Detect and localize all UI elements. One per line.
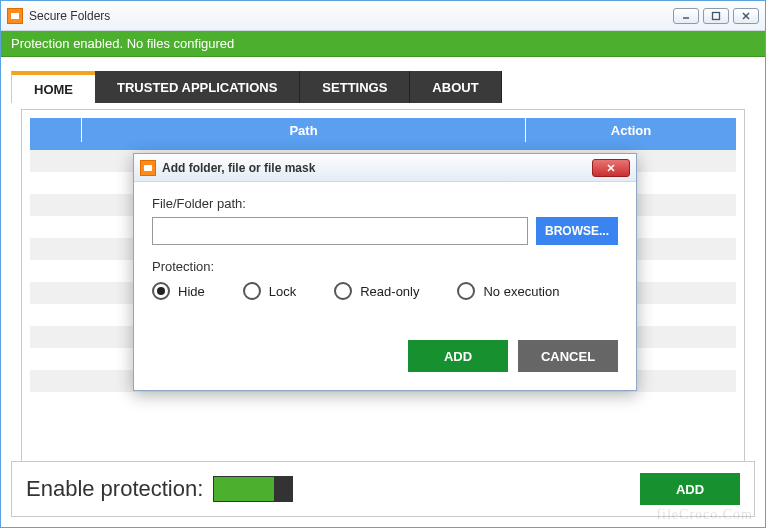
tab-about[interactable]: ABOUT [410, 71, 501, 103]
dialog-titlebar: Add folder, file or file mask [134, 154, 636, 182]
radio-noexec-label: No execution [483, 284, 559, 299]
toggle-on [214, 477, 274, 501]
radio-readonly[interactable]: Read-only [334, 282, 419, 300]
tab-home[interactable]: HOME [11, 71, 95, 103]
close-icon [606, 163, 616, 173]
table-row [30, 142, 736, 150]
radio-icon [457, 282, 475, 300]
dialog-add-button[interactable]: ADD [408, 340, 508, 372]
dialog-body: File/Folder path: BROWSE... Protection: … [134, 182, 636, 390]
svg-rect-1 [713, 12, 720, 19]
radio-lock-label: Lock [269, 284, 296, 299]
enable-protection-toggle[interactable] [213, 476, 293, 502]
browse-button[interactable]: BROWSE... [536, 217, 618, 245]
status-strip: Protection enabled. No files configured [1, 31, 765, 57]
dialog-cancel-button[interactable]: CANCEL [518, 340, 618, 372]
tab-about-label: ABOUT [432, 80, 478, 95]
table-col-path[interactable]: Path [82, 118, 526, 142]
path-label: File/Folder path: [152, 196, 618, 211]
table-header: Path Action [30, 118, 736, 142]
status-text: Protection enabled. No files configured [11, 36, 234, 51]
add-folder-dialog: Add folder, file or file mask File/Folde… [133, 153, 637, 391]
tabs: HOME TRUSTED APPLICATIONS SETTINGS ABOUT [11, 71, 755, 103]
tab-trusted[interactable]: TRUSTED APPLICATIONS [95, 71, 300, 103]
radio-hide-label: Hide [178, 284, 205, 299]
dialog-close-button[interactable] [592, 159, 630, 177]
window-buttons [673, 8, 759, 24]
tab-settings-label: SETTINGS [322, 80, 387, 95]
radio-icon [334, 282, 352, 300]
protection-label: Protection: [152, 259, 618, 274]
tab-trusted-label: TRUSTED APPLICATIONS [117, 80, 277, 95]
radio-hide[interactable]: Hide [152, 282, 205, 300]
path-row: BROWSE... [152, 217, 618, 245]
table-col-action[interactable]: Action [526, 118, 736, 142]
radio-noexec[interactable]: No execution [457, 282, 559, 300]
add-button[interactable]: ADD [640, 473, 740, 505]
main-window: Secure Folders Protection enabled. No fi… [0, 0, 766, 528]
toggle-knob [274, 477, 292, 501]
dialog-actions: ADD CANCEL [152, 340, 618, 372]
app-icon [7, 8, 23, 24]
radio-readonly-label: Read-only [360, 284, 419, 299]
radio-icon [152, 282, 170, 300]
close-button[interactable] [733, 8, 759, 24]
bottom-bar: Enable protection: ADD [11, 461, 755, 517]
path-input[interactable] [152, 217, 528, 245]
dialog-icon [140, 160, 156, 176]
radio-lock[interactable]: Lock [243, 282, 296, 300]
radio-icon [243, 282, 261, 300]
titlebar: Secure Folders [1, 1, 765, 31]
protection-options: Hide Lock Read-only No execution [152, 282, 618, 300]
table-row [30, 392, 736, 414]
maximize-button[interactable] [703, 8, 729, 24]
window-title: Secure Folders [29, 9, 673, 23]
table-col-index[interactable] [30, 118, 82, 142]
minimize-button[interactable] [673, 8, 699, 24]
tab-settings[interactable]: SETTINGS [300, 71, 410, 103]
dialog-title: Add folder, file or file mask [162, 161, 592, 175]
enable-protection-label: Enable protection: [26, 476, 203, 502]
tab-home-label: HOME [34, 82, 73, 97]
